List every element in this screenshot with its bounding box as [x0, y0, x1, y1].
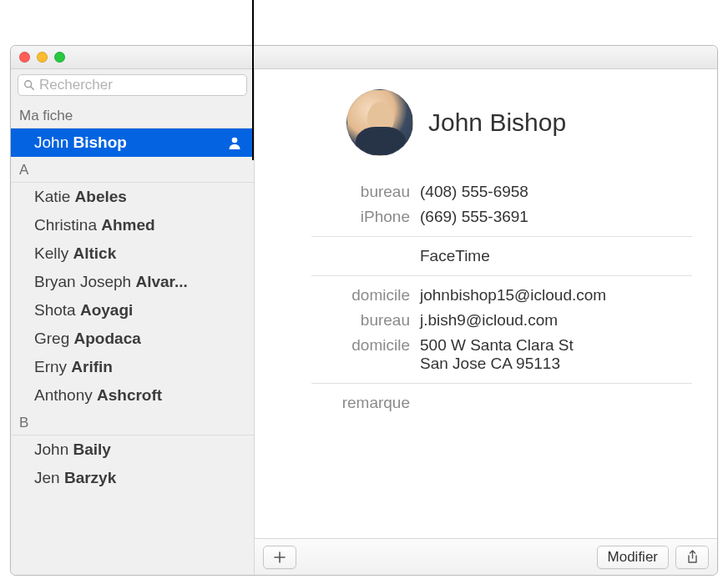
contact-row[interactable]: Anthony Ashcroft	[11, 381, 254, 410]
contact-last-name: Ahmed	[101, 216, 154, 234]
contact-row[interactable]: Katie Abeles	[11, 183, 254, 211]
contact-row[interactable]: Erny Arifin	[11, 353, 254, 381]
contacts-window: Rechercher Ma fiche John Bishop AKatie A…	[10, 45, 718, 576]
contact-last-name: Apodaca	[74, 330, 141, 347]
phone-field: iPhone (669) 555-3691	[280, 204, 692, 229]
contact-first-name: Bryan Joseph	[34, 273, 135, 290]
contact-first-name: Katie	[34, 188, 75, 205]
contact-first-name: Jen	[34, 469, 64, 486]
svg-line-1	[31, 87, 33, 89]
contacts-list[interactable]: Ma fiche John Bishop AKatie AbelesChrist…	[11, 103, 254, 575]
field-label: domicile	[280, 286, 420, 305]
contact-first-name: Christina	[34, 216, 101, 234]
contact-last-name: Altick	[73, 244, 116, 262]
search-input[interactable]: Rechercher	[18, 74, 247, 96]
callout-line	[252, 0, 254, 160]
contact-first-name: Kelly	[34, 244, 73, 262]
contact-last-name: Aoyagi	[80, 301, 133, 319]
contact-detail: John Bishop bureau (408) 555-6958 iPhone…	[255, 69, 717, 575]
minimize-window-button[interactable]	[37, 52, 48, 63]
search-icon	[23, 79, 35, 91]
edit-button[interactable]: Modifier	[597, 546, 669, 569]
close-window-button[interactable]	[19, 52, 30, 63]
plus-icon	[273, 551, 286, 564]
search-wrapper: Rechercher	[11, 69, 254, 103]
section-header: A	[11, 157, 254, 183]
contact-name-heading: John Bishop	[428, 108, 566, 137]
contact-row[interactable]: Kelly Altick	[11, 239, 254, 268]
contact-row[interactable]: Bryan Joseph Alvar...	[11, 268, 254, 296]
contact-last-name: Ashcroft	[97, 386, 162, 404]
email-field: domicile johnbishop15@icloud.com	[280, 283, 692, 308]
window-titlebar	[11, 46, 717, 69]
facetime-field[interactable]: FaceTime	[280, 244, 692, 269]
contact-first-name: Shota	[34, 301, 80, 319]
contact-avatar[interactable]	[346, 89, 413, 156]
field-value[interactable]: j.bish9@icloud.com	[420, 311, 558, 330]
address-field: domicile 500 W Santa Clara St San Jose C…	[280, 333, 692, 376]
contacts-sidebar: Rechercher Ma fiche John Bishop AKatie A…	[11, 69, 255, 575]
separator	[311, 383, 692, 384]
contact-first-name: John	[34, 133, 68, 151]
note-field[interactable]: remarque	[280, 390, 692, 415]
contact-last-name: Alvar...	[135, 273, 187, 290]
contact-last-name: Arifin	[71, 358, 113, 375]
field-value[interactable]: johnbishop15@icloud.com	[420, 286, 606, 305]
contact-header: John Bishop	[280, 89, 692, 156]
window-body: Rechercher Ma fiche John Bishop AKatie A…	[11, 69, 717, 575]
field-label: bureau	[280, 183, 420, 201]
contact-last-name: Abeles	[75, 188, 127, 205]
zoom-window-button[interactable]	[54, 52, 65, 63]
contact-row[interactable]: Greg Apodaca	[11, 325, 254, 353]
search-placeholder: Rechercher	[39, 77, 113, 93]
field-value[interactable]: 500 W Santa Clara St San Jose CA 95113	[420, 336, 574, 373]
field-value: FaceTime	[420, 247, 490, 265]
share-button[interactable]	[675, 546, 709, 569]
contact-detail-content: John Bishop bureau (408) 555-6958 iPhone…	[255, 69, 717, 538]
add-contact-button[interactable]	[263, 546, 296, 569]
contact-row[interactable]: Jen Barzyk	[11, 464, 254, 492]
contact-first-name: Greg	[34, 330, 74, 347]
contact-last-name: Baily	[73, 441, 110, 458]
section-header: B	[11, 410, 254, 435]
contact-row-selected[interactable]: John Bishop	[11, 128, 254, 157]
separator	[311, 275, 692, 276]
separator	[311, 236, 692, 237]
contact-first-name: Erny	[34, 358, 71, 375]
detail-toolbar: Modifier	[255, 538, 717, 575]
contact-name: John Bishop	[34, 133, 127, 152]
field-value[interactable]: (669) 555-3691	[420, 208, 528, 226]
field-label: domicile	[280, 336, 420, 355]
share-icon	[686, 550, 699, 564]
phone-field: bureau (408) 555-6958	[280, 179, 692, 204]
contact-fields: bureau (408) 555-6958 iPhone (669) 555-3…	[280, 179, 692, 415]
field-label: bureau	[280, 311, 420, 330]
field-value[interactable]: (408) 555-6958	[420, 183, 528, 201]
contact-last-name: Barzyk	[64, 469, 116, 486]
email-field: bureau j.bish9@icloud.com	[280, 308, 692, 333]
contact-row[interactable]: Shota Aoyagi	[11, 296, 254, 325]
contact-row[interactable]: John Baily	[11, 435, 254, 464]
field-label: remarque	[280, 394, 420, 412]
my-card-icon	[227, 135, 242, 150]
field-label: iPhone	[280, 208, 420, 226]
contact-first-name: Anthony	[34, 386, 97, 404]
contact-first-name: John	[34, 441, 73, 458]
svg-point-2	[232, 138, 238, 143]
contact-last-name: Bishop	[73, 133, 126, 151]
my-card-header: Ma fiche	[11, 103, 254, 128]
contact-row[interactable]: Christina Ahmed	[11, 211, 254, 239]
edit-button-label: Modifier	[608, 549, 658, 566]
